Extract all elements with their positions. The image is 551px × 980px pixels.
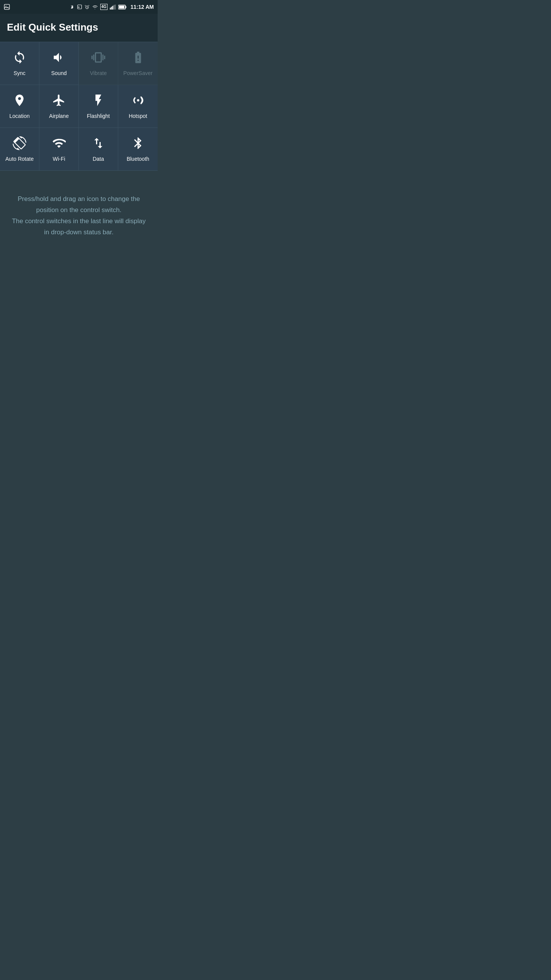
bluetooth-label: Bluetooth <box>127 156 149 162</box>
image-icon <box>4 4 10 10</box>
grid-item-location[interactable]: Location <box>0 85 39 128</box>
svg-point-13 <box>137 99 139 101</box>
grid-item-bluetooth[interactable]: Bluetooth <box>118 128 158 171</box>
sound-icon <box>52 51 66 66</box>
bluetooth-status-icon <box>70 5 75 10</box>
sound-label: Sound <box>51 70 67 76</box>
autorotate-icon <box>13 136 26 152</box>
vibrate-label: Vibrate <box>90 70 107 76</box>
wifi-icon <box>52 136 66 152</box>
airplane-icon <box>52 93 66 109</box>
grid-item-sync[interactable]: Sync <box>0 42 39 85</box>
flashlight-icon <box>91 93 105 109</box>
svg-rect-8 <box>114 5 114 9</box>
quick-settings-grid: Sync Sound Vibrate PowerSaver Location A… <box>0 42 158 171</box>
instruction-content: Press/hold and drag an icon to change th… <box>12 195 146 236</box>
time-display: 11:12 AM <box>130 4 154 10</box>
vibrate-icon <box>91 51 105 66</box>
grid-item-powersaver[interactable]: PowerSaver <box>118 42 158 85</box>
battery-status-icon <box>118 5 127 10</box>
instruction-text: Press/hold and drag an icon to change th… <box>0 171 158 253</box>
status-bar-right: N 4G 11:12 AM <box>70 4 154 10</box>
svg-text:N: N <box>78 6 80 8</box>
grid-item-sound[interactable]: Sound <box>39 42 79 85</box>
flashlight-label: Flashlight <box>87 113 110 119</box>
bluetooth-icon <box>131 136 145 152</box>
location-label: Location <box>10 113 30 119</box>
svg-rect-9 <box>115 5 116 10</box>
powersaver-icon <box>131 51 145 66</box>
grid-item-data[interactable]: Data <box>79 128 118 171</box>
svg-rect-12 <box>119 6 124 8</box>
nfc-status-icon: N <box>77 4 82 10</box>
alarm-status-icon <box>85 5 90 10</box>
powersaver-label: PowerSaver <box>123 70 152 76</box>
autorotate-label: Auto Rotate <box>5 156 34 162</box>
grid-item-airplane[interactable]: Airplane <box>39 85 79 128</box>
hotspot-icon <box>131 93 145 109</box>
wifi-status-icon <box>92 5 98 10</box>
svg-rect-11 <box>126 6 127 8</box>
data-label: Data <box>93 156 104 162</box>
airplane-label: Airplane <box>49 113 68 119</box>
svg-rect-5 <box>110 8 111 10</box>
page-header: Edit Quick Settings <box>0 14 158 42</box>
grid-item-flashlight[interactable]: Flashlight <box>79 85 118 128</box>
status-bar: N 4G 11:12 AM <box>0 0 158 14</box>
svg-rect-7 <box>112 6 113 10</box>
page-title: Edit Quick Settings <box>7 21 151 33</box>
signal-icon <box>110 5 116 10</box>
svg-point-1 <box>6 6 7 7</box>
network-type-label: 4G <box>100 4 108 10</box>
sync-label: Sync <box>13 70 25 76</box>
svg-rect-6 <box>111 7 112 9</box>
sync-icon <box>13 51 26 66</box>
status-bar-left <box>4 4 10 10</box>
svg-rect-0 <box>4 4 9 9</box>
grid-item-autorotate[interactable]: Auto Rotate <box>0 128 39 171</box>
hotspot-label: Hotspot <box>129 113 147 119</box>
grid-item-hotspot[interactable]: Hotspot <box>118 85 158 128</box>
data-icon <box>91 136 105 152</box>
wifi-label: Wi-Fi <box>53 156 65 162</box>
grid-item-vibrate[interactable]: Vibrate <box>79 42 118 85</box>
location-icon <box>13 93 26 109</box>
grid-item-wifi[interactable]: Wi-Fi <box>39 128 79 171</box>
